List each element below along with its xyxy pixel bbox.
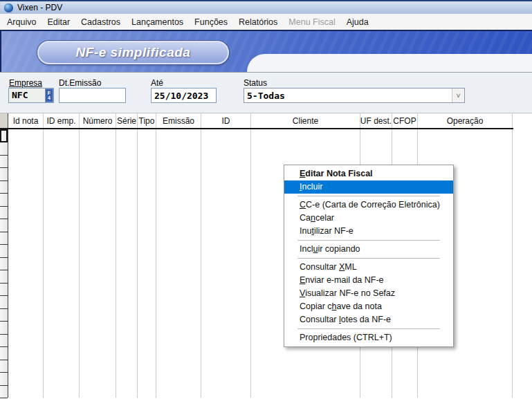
column-header-tipo[interactable]: Tipo bbox=[138, 113, 156, 128]
grid-vline-3 bbox=[137, 129, 138, 398]
context-menu-item-inutilizar-nf-e[interactable]: Inutilizar NF-e bbox=[284, 225, 453, 238]
grid-vline-2 bbox=[116, 129, 116, 398]
row-selector-cell[interactable] bbox=[0, 322, 8, 335]
row-selector-cell[interactable] bbox=[0, 232, 8, 245]
grid-vline-10 bbox=[512, 129, 513, 398]
context-menu-item-consultar-xml[interactable]: Consultar XML bbox=[284, 261, 453, 274]
menu-separator bbox=[297, 328, 440, 329]
context-menu-item-incluir[interactable]: Incluir bbox=[284, 180, 453, 194]
context-menu-item-cancelar[interactable]: Cancelar bbox=[284, 212, 453, 225]
row-selector-cell[interactable] bbox=[0, 335, 8, 348]
context-menu-item-enviar-e-mail-da-nf-e[interactable]: Enviar e-mail da NF-e bbox=[284, 274, 453, 287]
menubar-item-cadastros[interactable]: Cadastros bbox=[75, 15, 126, 29]
column-header-operacao[interactable]: Operação bbox=[418, 113, 513, 128]
app-icon bbox=[4, 3, 13, 12]
context-menu-item-editar-nota-fiscal[interactable]: Editar Nota Fiscal bbox=[284, 167, 453, 180]
column-header-id-nota[interactable]: Id nota bbox=[8, 113, 44, 128]
banner-swoosh bbox=[247, 54, 532, 72]
menubar-item-lancamentos[interactable]: Lançamentos bbox=[126, 15, 189, 29]
context-menu-item-propriedades-ctrl-t[interactable]: Propriedades (CTRL+T) bbox=[284, 331, 453, 344]
empresa-f4-button[interactable]: F4 bbox=[45, 89, 53, 102]
context-menu-item-visualizar-nf-e-no-sefaz[interactable]: Visualizar NF-e no Sefaz bbox=[284, 287, 453, 300]
menu-separator bbox=[297, 240, 440, 241]
grid-vline-1 bbox=[79, 129, 80, 398]
titlebar: Vixen - PDV bbox=[0, 0, 532, 14]
ate-input[interactable] bbox=[151, 88, 217, 103]
row-selector-cell[interactable] bbox=[0, 245, 8, 258]
page-title-pill: NF-e simplificada bbox=[37, 41, 229, 64]
row-selector-cell[interactable] bbox=[0, 386, 8, 399]
grid-selector-column bbox=[0, 129, 8, 398]
window-title: Vixen - PDV bbox=[17, 3, 62, 12]
menu-separator bbox=[297, 196, 440, 196]
column-header-emissao[interactable]: Emissão bbox=[156, 113, 201, 128]
menubar-item-ajuda[interactable]: Ajuda bbox=[341, 15, 374, 29]
dt-emissao-label: Dt.Emissão bbox=[59, 78, 101, 88]
row-selector-cell[interactable] bbox=[0, 168, 8, 181]
row-selector-cell[interactable] bbox=[0, 207, 8, 220]
status-label: Status bbox=[244, 78, 267, 88]
grid-selector-header bbox=[0, 113, 8, 128]
ate-label: Até bbox=[151, 78, 163, 88]
column-header-serie[interactable]: Série bbox=[116, 113, 138, 128]
context-menu: Editar Nota FiscalIncluirCC-e (Carta de … bbox=[284, 165, 454, 347]
column-header-cfop[interactable]: CFOP bbox=[392, 113, 418, 128]
banner: NF-e simplificada bbox=[0, 30, 532, 72]
row-selector-cell[interactable] bbox=[0, 181, 8, 194]
empresa-label: Empresa bbox=[9, 78, 42, 88]
column-header-id-emp[interactable]: ID emp. bbox=[44, 113, 80, 128]
row-selector-cell[interactable] bbox=[0, 129, 8, 142]
grid-vline-4 bbox=[156, 129, 156, 398]
grid-vline-0 bbox=[43, 129, 44, 398]
grid-vline-5 bbox=[201, 129, 201, 398]
column-header-id[interactable]: ID bbox=[201, 113, 251, 128]
row-selector-cell[interactable] bbox=[0, 347, 8, 360]
row-selector-cell[interactable] bbox=[0, 270, 8, 284]
status-select[interactable]: 5-Todas ˅ bbox=[244, 88, 465, 103]
empresa-field[interactable]: NFC F4 bbox=[8, 88, 54, 103]
context-menu-item-cc-e-carta-de-correcao-eletronica[interactable]: CC-e (Carta de Correção Eletrônica) bbox=[284, 198, 453, 212]
row-selector-cell[interactable] bbox=[0, 219, 8, 232]
context-menu-item-consultar-lotes-da-nf-e[interactable]: Consultar lotes da NF-e bbox=[284, 313, 453, 326]
menubar: ArquivoEditarCadastrosLançamentosFunções… bbox=[0, 14, 532, 30]
filter-bar: Empresa NFC F4 Dt.Emissão Até Status 5-T… bbox=[0, 72, 532, 113]
row-selector-cell[interactable] bbox=[0, 194, 8, 207]
row-selector-cell[interactable] bbox=[0, 296, 8, 309]
menubar-item-menu-fiscal: Menu Fiscal bbox=[283, 15, 340, 29]
status-value: 5-Todas bbox=[244, 91, 452, 101]
column-header-numero[interactable]: Número bbox=[80, 113, 116, 128]
row-selector-cell[interactable] bbox=[0, 309, 8, 322]
menu-separator bbox=[297, 258, 440, 259]
menubar-item-funcoes[interactable]: Funções bbox=[189, 15, 233, 29]
page-title: NF-e simplificada bbox=[76, 45, 191, 60]
context-menu-item-copiar-chave-da-nota[interactable]: Copiar chave da nota bbox=[284, 300, 453, 313]
menubar-item-arquivo[interactable]: Arquivo bbox=[1, 15, 42, 29]
menubar-item-relatorios[interactable]: Relatórios bbox=[233, 15, 283, 29]
grid-vline-6 bbox=[250, 129, 251, 398]
column-header-cliente[interactable]: Cliente bbox=[251, 113, 360, 128]
banner-left-edge bbox=[0, 31, 1, 72]
row-selector-cell[interactable] bbox=[0, 156, 8, 169]
row-selector-cell[interactable] bbox=[0, 284, 8, 297]
grid-header-row: Id notaID emp.NúmeroSérieTipoEmissãoIDCl… bbox=[0, 113, 513, 129]
app-window: Vixen - PDV ArquivoEditarCadastrosLançam… bbox=[0, 0, 532, 399]
dt-emissao-input[interactable] bbox=[59, 88, 126, 103]
context-menu-item-incluir-copiando[interactable]: Incluir copiando bbox=[284, 243, 453, 256]
row-selector-cell[interactable] bbox=[0, 360, 8, 373]
empresa-value: NFC bbox=[9, 89, 45, 102]
row-selector-cell[interactable] bbox=[0, 373, 8, 386]
menubar-item-editar[interactable]: Editar bbox=[42, 15, 75, 29]
row-selector-cell[interactable] bbox=[0, 142, 8, 156]
chevron-down-icon[interactable]: ˅ bbox=[452, 89, 464, 102]
column-header-uf-dest[interactable]: UF dest. bbox=[360, 113, 392, 128]
row-selector-cell[interactable] bbox=[0, 258, 8, 271]
